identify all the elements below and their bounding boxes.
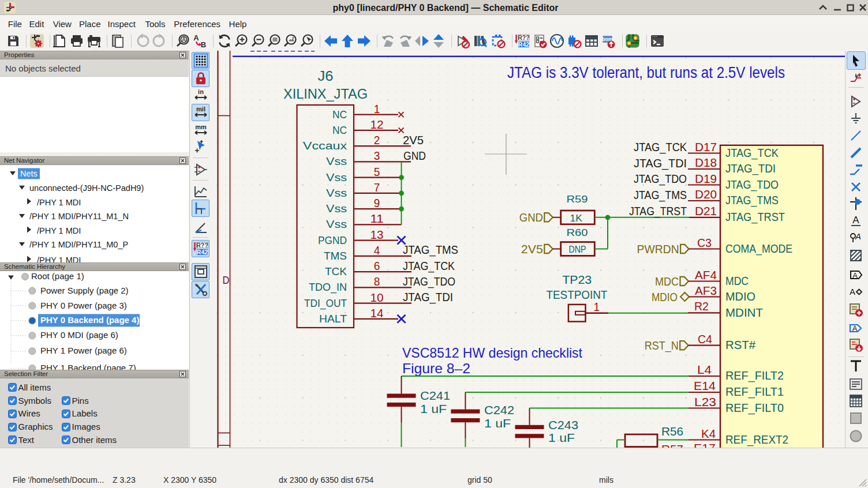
svg-text:D19: D19 xyxy=(695,172,717,185)
svg-text:A: A xyxy=(852,324,858,333)
svg-text:/PHY 1 MDI/PHY11_M0_P: /PHY 1 MDI/PHY11_M0_P xyxy=(29,240,128,249)
svg-text:REF_FILT1: REF_FILT1 xyxy=(725,385,784,399)
svg-text:Vss: Vss xyxy=(326,219,347,230)
svg-text:2V5: 2V5 xyxy=(403,133,424,147)
svg-text:JTAG_TMS: JTAG_TMS xyxy=(725,193,779,207)
svg-text:9: 9 xyxy=(374,196,380,209)
svg-text:6: 6 xyxy=(374,259,380,272)
svg-text:D17: D17 xyxy=(695,140,717,153)
svg-text:GND: GND xyxy=(519,211,543,224)
svg-text:MDC: MDC xyxy=(725,274,749,287)
svg-text:JTAG_TCK: JTAG_TCK xyxy=(634,140,687,154)
svg-text:REF_REXT2: REF_REXT2 xyxy=(725,433,788,446)
svg-text:Power Supply (page 2): Power Supply (page 2) xyxy=(40,286,129,295)
svg-text:K4: K4 xyxy=(701,427,716,440)
svg-text:11: 11 xyxy=(371,212,384,225)
svg-text:R2: R2 xyxy=(694,299,709,313)
svg-text:PHY 1 Power (page 6): PHY 1 Power (page 6) xyxy=(40,346,127,355)
svg-text:5: 5 xyxy=(374,165,380,178)
svg-text:MDIO: MDIO xyxy=(652,290,678,303)
svg-text:AF4: AF4 xyxy=(695,268,717,281)
svg-text:B: B xyxy=(201,40,206,48)
svg-text:JTAG_TDI: JTAG_TDI xyxy=(403,290,453,304)
svg-text:JTAG_TDO: JTAG_TDO xyxy=(634,172,687,186)
svg-text:D18: D18 xyxy=(695,156,717,169)
svg-text:/PHY 1 MDI/PHY11_M1_N: /PHY 1 MDI/PHY11_M1_N xyxy=(29,212,129,221)
svg-text:/PHY 1 MDI: /PHY 1 MDI xyxy=(37,256,81,263)
svg-text:RST_N: RST_N xyxy=(645,339,679,352)
svg-text:JTAG_TCK: JTAG_TCK xyxy=(725,146,779,160)
svg-text:12: 12 xyxy=(371,118,384,131)
svg-text:C241: C241 xyxy=(420,389,450,402)
svg-text:GND: GND xyxy=(403,149,426,162)
svg-text:R??: R?? xyxy=(196,242,208,249)
svg-text:JTAG is 3.3V tolerant, but run: JTAG is 3.3V tolerant, but runs at 2.5V … xyxy=(507,64,785,81)
svg-text:A: A xyxy=(852,215,859,226)
svg-text:L23: L23 xyxy=(694,395,716,408)
svg-text:PWRDN: PWRDN xyxy=(637,242,679,256)
svg-text:MDC: MDC xyxy=(655,275,679,288)
svg-text:3: 3 xyxy=(374,149,380,162)
svg-text:JTAG_TMS: JTAG_TMS xyxy=(403,243,458,257)
svg-text:TCK: TCK xyxy=(325,266,347,277)
svg-text:Nets: Nets xyxy=(20,169,38,178)
svg-text:MDIO: MDIO xyxy=(725,290,755,303)
svg-text:A: A xyxy=(193,33,199,42)
svg-text:D21: D21 xyxy=(695,204,717,217)
svg-text:R60: R60 xyxy=(566,227,588,238)
svg-text:A: A xyxy=(852,271,858,280)
svg-text:A: A xyxy=(850,287,855,296)
svg-text:1 uF: 1 uF xyxy=(420,402,447,415)
svg-text:Figure 8–2: Figure 8–2 xyxy=(402,361,470,376)
svg-text:/PHY 1 MDI: /PHY 1 MDI xyxy=(37,198,81,207)
svg-text:2: 2 xyxy=(374,133,380,147)
svg-text:mil: mil xyxy=(196,106,205,112)
svg-text:PHY 0 MDI (page 6): PHY 0 MDI (page 6) xyxy=(40,330,118,340)
svg-text:COMA_MODE: COMA_MODE xyxy=(725,242,792,256)
svg-text:Vss: Vss xyxy=(326,156,347,167)
svg-text:C4: C4 xyxy=(698,332,712,346)
svg-text:TP23: TP23 xyxy=(562,273,592,286)
svg-text:C243: C243 xyxy=(548,418,578,431)
svg-text:JTAG_TCK: JTAG_TCK xyxy=(403,259,455,273)
svg-text:C242: C242 xyxy=(484,403,514,416)
svg-text:JTAG_TDI: JTAG_TDI xyxy=(725,162,776,175)
svg-text:1: 1 xyxy=(374,102,380,115)
svg-text:unconnected-(J9H-NC-PadH9): unconnected-(J9H-NC-PadH9) xyxy=(29,183,144,193)
svg-text:JTAG_TRST: JTAG_TRST xyxy=(629,204,687,218)
svg-text:NC: NC xyxy=(332,125,347,136)
svg-text:E14: E14 xyxy=(694,379,716,392)
svg-text:J6: J6 xyxy=(318,69,334,84)
svg-text:TESTPOINT: TESTPOINT xyxy=(546,288,607,301)
svg-text:1 uF: 1 uF xyxy=(548,431,575,444)
svg-text:TDO_IN: TDO_IN xyxy=(309,281,347,294)
svg-text:R56: R56 xyxy=(661,425,683,438)
svg-text:PGND: PGND xyxy=(318,235,347,246)
svg-text:D20: D20 xyxy=(695,187,717,201)
svg-text:L4: L4 xyxy=(697,363,712,376)
svg-text:REF_FILT2: REF_FILT2 xyxy=(725,369,784,382)
svg-text:PHY 1 Backend (page 7): PHY 1 Backend (page 7) xyxy=(40,363,136,370)
svg-text:PHY 0 Backend (page 4): PHY 0 Backend (page 4) xyxy=(40,315,139,325)
svg-text:DNP: DNP xyxy=(569,244,586,254)
svg-text:7: 7 xyxy=(374,181,380,194)
svg-text:VSC8512 HW design checklist: VSC8512 HW design checklist xyxy=(402,345,582,361)
svg-text:HALT: HALT xyxy=(319,313,347,325)
svg-text:REF_FILT0: REF_FILT0 xyxy=(725,401,784,415)
svg-text:Vss: Vss xyxy=(326,172,347,183)
svg-text:PHY 0 Power (page 3): PHY 0 Power (page 3) xyxy=(40,301,127,310)
svg-text:1 uF: 1 uF xyxy=(484,416,511,430)
svg-text:NC: NC xyxy=(332,109,347,121)
svg-text:4: 4 xyxy=(374,243,380,257)
svg-text:JTAG_TDO: JTAG_TDO xyxy=(403,275,455,288)
svg-text:A: A xyxy=(182,36,186,43)
svg-text:R??: R?? xyxy=(518,34,529,41)
svg-text:Vccaux: Vccaux xyxy=(303,140,347,152)
svg-text:R57: R57 xyxy=(661,443,683,448)
svg-text:/PHY 1 MDI: /PHY 1 MDI xyxy=(37,226,81,235)
svg-text:Vss: Vss xyxy=(326,187,347,199)
svg-text:D: D xyxy=(223,275,230,286)
svg-text:1: 1 xyxy=(593,300,600,313)
svg-text:1K: 1K xyxy=(570,213,583,223)
svg-text:AF3: AF3 xyxy=(695,284,717,297)
